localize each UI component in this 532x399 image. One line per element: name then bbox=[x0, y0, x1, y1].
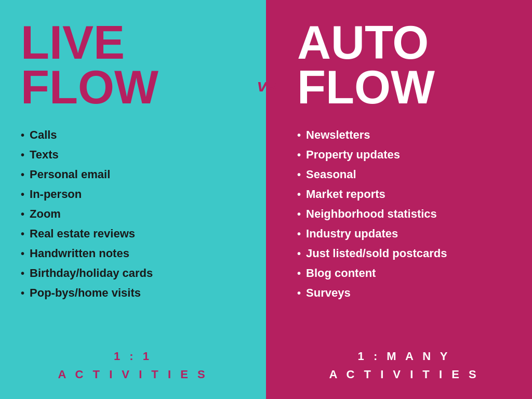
auto-flow-title: AUTO FLOW bbox=[297, 21, 511, 110]
left-footer: 1 : 1 A C T I V I T I E S bbox=[21, 342, 245, 383]
list-item: Just listed/sold postcards bbox=[297, 244, 511, 263]
list-item: Calls bbox=[21, 125, 245, 145]
left-panel: LIVE FLOW Calls Texts Personal email In-… bbox=[0, 0, 266, 399]
vs-label: vs bbox=[257, 75, 277, 96]
list-item: Neighborhood statistics bbox=[297, 204, 511, 224]
live-flow-title: LIVE FLOW bbox=[21, 21, 245, 110]
list-item: Surveys bbox=[297, 283, 511, 303]
auto-flow-list: Newsletters Property updates Seasonal Ma… bbox=[297, 125, 511, 331]
list-item: In-person bbox=[21, 184, 245, 204]
list-item: Industry updates bbox=[297, 224, 511, 244]
list-item: Birthday/holiday cards bbox=[21, 263, 245, 283]
list-item: Pop-bys/home visits bbox=[21, 283, 245, 303]
list-item: Handwritten notes bbox=[21, 244, 245, 263]
list-item: Personal email bbox=[21, 165, 245, 184]
live-flow-list: Calls Texts Personal email In-person Zoo… bbox=[21, 125, 245, 331]
right-footer: 1 : M A N Y A C T I V I T I E S bbox=[297, 342, 511, 383]
right-panel: AUTO FLOW Newsletters Property updates S… bbox=[266, 0, 532, 399]
list-item: Zoom bbox=[21, 204, 245, 224]
list-item: Newsletters bbox=[297, 125, 511, 145]
list-item: Blog content bbox=[297, 263, 511, 283]
list-item: Real estate reviews bbox=[21, 224, 245, 244]
list-item: Property updates bbox=[297, 145, 511, 165]
list-item: Market reports bbox=[297, 184, 511, 204]
list-item: Seasonal bbox=[297, 165, 511, 184]
list-item: Texts bbox=[21, 145, 245, 165]
